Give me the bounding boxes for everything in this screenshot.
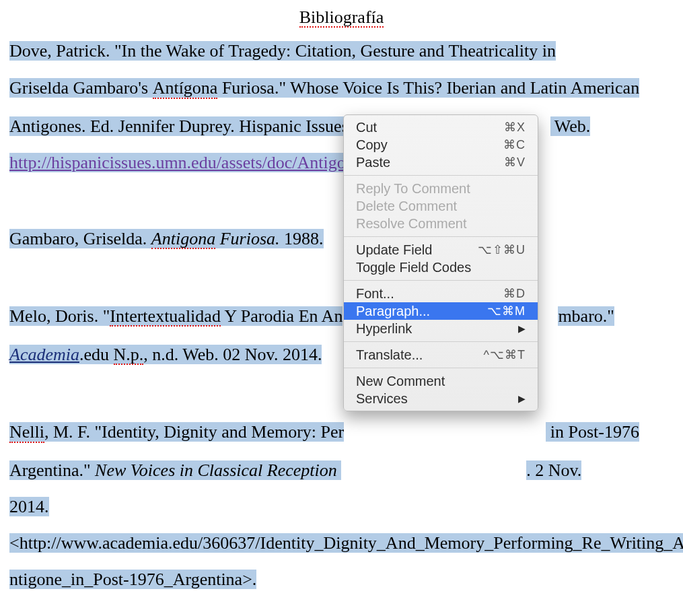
bib-line: Melo, Doris. "Intertextualidad Y Parodia… <box>9 307 674 327</box>
menu-hyperlink[interactable]: Hyperlink▶ <box>344 320 538 337</box>
shortcut: ⌥⇧⌘U <box>478 244 526 256</box>
menu-separator <box>344 175 538 176</box>
blank-line <box>9 384 674 403</box>
menu-new-comment[interactable]: New Comment <box>344 372 538 390</box>
bib-line: Dove, Patrick. "In the Wake of Tragedy: … <box>9 42 674 60</box>
bib-entry: Gambaro, Griselda. Antigona Furiosa. 198… <box>9 230 674 287</box>
menu-copy[interactable]: Copy⌘C <box>344 136 538 153</box>
menu-paragraph[interactable]: Paragraph...⌥⌘M <box>344 302 538 320</box>
menu-reply-comment: Reply To Comment <box>344 180 538 197</box>
menu-separator <box>344 236 538 237</box>
bib-line: http://hispanicissues.umn.edu/assets/doc… <box>9 154 674 172</box>
menu-paste[interactable]: Paste⌘V <box>344 153 538 171</box>
hyperlink[interactable]: http://hispanicissues.umn.edu/assets/doc… <box>9 153 346 172</box>
bib-line: Academia.edu N.p., n.d. Web. 02 Nov. 201… <box>9 345 674 365</box>
bib-line: Antigones. Ed. Jennifer Duprey. Hispanic… <box>9 118 674 135</box>
bib-line: Griselda Gambaro's Antígona Furiosa." Wh… <box>9 79 674 98</box>
menu-separator <box>344 341 538 342</box>
menu-cut[interactable]: Cut⌘X <box>344 118 538 136</box>
bib-line: Nelli, M. F. "Identity, Dignity and Memo… <box>9 423 674 442</box>
bib-line: Gambaro, Griselda. Antigona Furiosa. 198… <box>9 230 674 249</box>
shortcut: ⌘C <box>503 139 526 151</box>
shortcut: ⌘D <box>503 287 526 300</box>
bib-entry: Dove, Patrick. "In the Wake of Tragedy: … <box>9 42 674 209</box>
menu-font[interactable]: Font...⌘D <box>344 285 538 302</box>
bib-entry: Nelli, M. F. "Identity, Dignity and Memo… <box>9 423 674 588</box>
menu-translate[interactable]: Translate...^⌥⌘T <box>344 346 538 364</box>
blank-line <box>9 268 674 287</box>
chevron-right-icon: ▶ <box>518 394 526 403</box>
context-menu: Cut⌘X Copy⌘C Paste⌘V Reply To Comment De… <box>343 114 538 411</box>
bib-line: 2014. <box>9 498 674 516</box>
blank-line <box>9 191 674 209</box>
bib-line: Argentina." New Voices in Classical Rece… <box>9 462 674 479</box>
hyperlink[interactable]: Academia <box>9 345 79 364</box>
menu-delete-comment: Delete Comment <box>344 197 538 215</box>
bib-line: <http://www.academia.edu/360637/Identity… <box>9 535 674 552</box>
menu-separator <box>344 280 538 281</box>
bib-line: ntigone_in_Post-1976_Argentina>. <box>9 571 674 588</box>
menu-resolve-comment: Resolve Comment <box>344 215 538 232</box>
page-title: Bibliografía <box>9 8 674 28</box>
menu-services[interactable]: Services▶ <box>344 390 538 407</box>
shortcut: ⌘X <box>504 121 526 133</box>
menu-separator <box>344 368 538 368</box>
menu-update-field[interactable]: Update Field⌥⇧⌘U <box>344 241 538 259</box>
menu-toggle-field-codes[interactable]: Toggle Field Codes <box>344 259 538 276</box>
bib-entry: Melo, Doris. "Intertextualidad Y Parodia… <box>9 307 674 403</box>
shortcut: ⌥⌘M <box>487 305 526 317</box>
shortcut: ^⌥⌘T <box>484 349 526 361</box>
chevron-right-icon: ▶ <box>518 324 526 333</box>
shortcut: ⌘V <box>504 156 526 168</box>
